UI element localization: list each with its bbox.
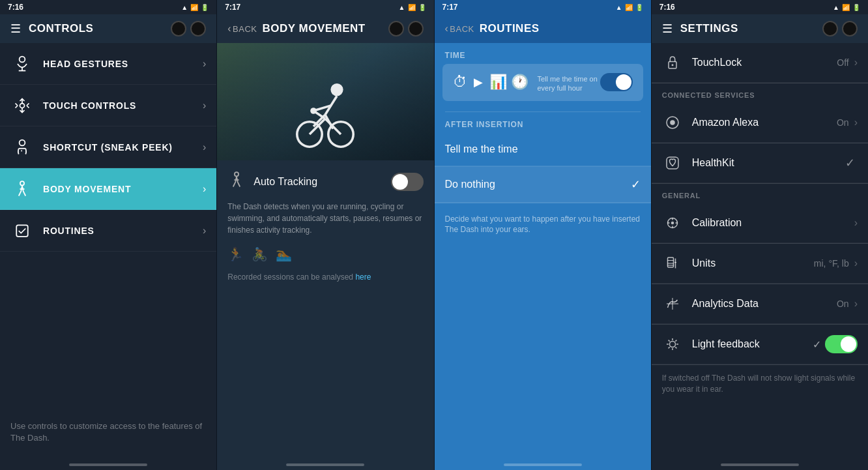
svg-point-3: [20, 181, 24, 185]
body-footer: Recorded sessions can be analysed here: [227, 272, 423, 282]
svg-line-40: [675, 347, 676, 348]
settings-item-calibration[interactable]: Calibration ›: [652, 203, 868, 243]
body-content: Auto Tracking The Dash detects when you …: [217, 160, 433, 454]
after-item-do-nothing[interactable]: Do nothing ✓: [435, 167, 651, 203]
svg-point-27: [671, 222, 674, 225]
calibration-label: Calibration: [692, 217, 854, 229]
menu-item-shortcut[interactable]: SHORTCUT (SNEAK PEEK) ›: [0, 126, 216, 168]
status-bar-controls: 7:16 ▲ 📶 🔋: [0, 0, 216, 14]
touchlock-label: TouchLock: [692, 57, 837, 68]
connected-services-header: CONNECTED SERVICES: [652, 83, 868, 103]
back-button-routines[interactable]: ‹ BACK: [445, 23, 474, 35]
analytics-label: Analytics Data: [692, 298, 837, 310]
settings-item-analytics[interactable]: Analytics Data On ›: [652, 284, 868, 324]
light-feedback-icon: [662, 334, 683, 355]
back-chevron-body: ‹: [227, 23, 231, 35]
svg-point-5: [331, 83, 343, 96]
touchlock-value: Off: [837, 57, 848, 68]
menu-icon-settings[interactable]: ☰: [662, 22, 673, 36]
earbuds-body: [388, 21, 424, 37]
shortcut-label: SHORTCUT (SNEAK PEEK): [43, 142, 203, 153]
status-time-routines: 7:17: [442, 3, 458, 12]
home-bar-settings: [721, 463, 799, 466]
body-movement-icon: [10, 177, 34, 201]
play-icon: ▶: [474, 75, 483, 89]
status-icons-settings: ▲ 📶 🔋: [833, 4, 860, 11]
auto-tracking-label: Auto Tracking: [253, 176, 390, 188]
units-chevron: ›: [854, 257, 858, 269]
body-hero-image: [217, 43, 433, 160]
earbud-left: [171, 21, 186, 37]
nav-title-routines: ROUTINES: [480, 22, 540, 35]
nav-title-body: BODY MOVEMENT: [262, 22, 365, 35]
home-indicator-controls: [0, 454, 216, 470]
svg-point-20: [670, 120, 675, 125]
routines-icon: [10, 219, 34, 242]
after-item-tell-time[interactable]: Tell me the time: [435, 133, 651, 166]
calibration-icon: [662, 213, 683, 233]
time-row: ⏱ ▶ 📊 🕐 Tell me the time on every full h…: [442, 64, 643, 101]
time-icons: ⏱ ▶ 📊 🕐 Tell me the time on every full h…: [453, 72, 600, 93]
settings-item-units[interactable]: Units mi, °F, lb ›: [652, 244, 868, 284]
light-feedback-toggle[interactable]: [825, 335, 858, 353]
back-button-body[interactable]: ‹ BACK: [227, 23, 257, 35]
healthkit-check: ✓: [845, 156, 855, 170]
panel-body-movement: 7:17 ▲ 📶 🔋 ‹ BACK BODY MOVEMENT: [217, 0, 434, 470]
activity-icons: 🏃 🚴 🏊: [227, 246, 423, 262]
status-bar-routines: 7:17 ▲ 📶 🔋: [435, 0, 651, 14]
svg-point-0: [20, 56, 25, 62]
time-toggle-knob: [616, 74, 631, 90]
analytics-icon: [662, 293, 683, 314]
routines-label: ROUTINES: [43, 226, 203, 236]
body-footer-link[interactable]: here: [355, 272, 371, 282]
clock-icon: ⏱: [453, 74, 467, 91]
settings-item-light-feedback[interactable]: Light feedback ✓: [652, 325, 868, 364]
settings-item-alexa[interactable]: Amazon Alexa On ›: [652, 103, 868, 143]
status-bar-settings: 7:16 ▲ 📶 🔋: [652, 0, 868, 14]
clock2-icon: 🕐: [511, 74, 528, 91]
auto-tracking-row: Auto Tracking: [227, 171, 423, 193]
settings-footer: If switched off The Dash will not show l…: [652, 365, 868, 403]
earbud-left-settings: [822, 21, 838, 37]
svg-point-1: [20, 103, 25, 108]
menu-icon[interactable]: ☰: [10, 22, 21, 36]
time-toggle[interactable]: [600, 73, 633, 91]
status-icons-controls: ▲ 📶 🔋: [181, 4, 209, 11]
svg-point-15: [311, 108, 317, 114]
nav-bar-body: ‹ BACK BODY MOVEMENT: [217, 14, 433, 43]
wifi-icon-settings: 📶: [842, 4, 850, 11]
swimming-icon: 🏊: [276, 246, 292, 262]
wifi-icon-body: 📶: [408, 4, 416, 11]
head-gestures-chevron: ›: [203, 58, 206, 70]
settings-item-touchlock[interactable]: TouchLock Off ›: [652, 43, 868, 83]
svg-line-39: [668, 340, 669, 342]
back-label-body: BACK: [233, 24, 257, 34]
svg-line-41: [675, 340, 676, 342]
units-icon: [662, 253, 683, 274]
nav-bar-controls: ☰ CONTROLS: [0, 14, 216, 43]
menu-item-touch-controls[interactable]: TOUCH CONTROLS ›: [0, 85, 216, 126]
menu-item-routines[interactable]: ROUTINES ›: [0, 210, 216, 252]
toggle-knob: [392, 174, 408, 190]
signal-icon-body: ▲: [399, 4, 405, 11]
menu-item-body-movement[interactable]: BODY MOVEMENT ›: [0, 168, 216, 210]
after-item-do-nothing-label: Do nothing: [445, 179, 631, 190]
healthkit-icon: [662, 153, 683, 173]
cycling-icon: 🚴: [252, 246, 268, 262]
battery-icon-routines: 🔋: [635, 4, 643, 11]
home-bar-body: [286, 463, 364, 466]
menu-item-head-gestures[interactable]: HEAD GESTURES ›: [0, 43, 216, 85]
cyclist-svg: [286, 76, 364, 154]
time-label: Tell me the time on every full hour: [538, 74, 600, 93]
settings-footer-text: If switched off The Dash will not show l…: [662, 374, 855, 394]
body-movement-chevron: ›: [203, 183, 206, 195]
signal-icon: ▲: [181, 4, 188, 11]
wifi-icon: 📶: [190, 4, 198, 11]
body-movement-label: BODY MOVEMENT: [43, 184, 203, 194]
auto-tracking-toggle[interactable]: [391, 173, 424, 191]
settings-item-healthkit[interactable]: HealthKit ✓: [652, 143, 868, 183]
nav-bar-settings: ☰ SETTINGS: [652, 14, 868, 43]
home-indicator-body: [217, 454, 433, 470]
running-icon: 🏃: [227, 246, 244, 262]
head-gestures-label: HEAD GESTURES: [43, 59, 203, 69]
